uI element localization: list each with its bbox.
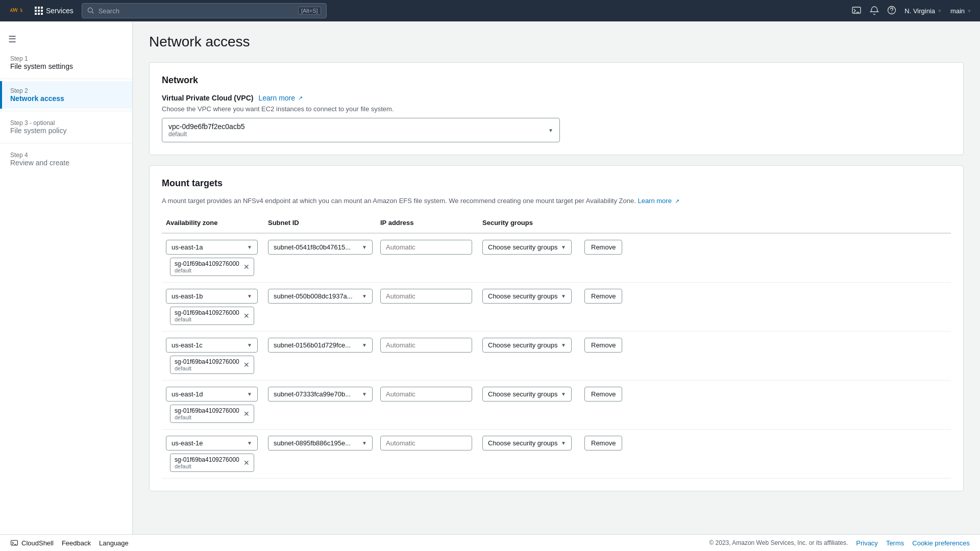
sg-tag-name-1: sg-01f69ba4109276000 <box>175 309 239 316</box>
step3-name: File system policy <box>10 127 122 135</box>
remove-btn-3[interactable]: Remove <box>584 387 622 402</box>
sidebar-step-1[interactable]: Step 1 File system settings <box>0 49 132 77</box>
mount-row-2: us-east-1c ▼ subnet-0156b01d729fce... ▼ … <box>162 332 951 381</box>
terms-link[interactable]: Terms <box>886 539 904 547</box>
subnet-value-2: subnet-0156b01d729fce... <box>274 341 351 349</box>
search-icon <box>87 7 94 14</box>
sg-tag-name-2: sg-01f69ba4109276000 <box>175 358 239 365</box>
remove-btn-0[interactable]: Remove <box>584 240 622 255</box>
remove-btn-1[interactable]: Remove <box>584 289 622 304</box>
ip-input-4[interactable] <box>380 436 472 450</box>
vpc-dropdown[interactable]: vpc-0d9e6fb7f2ec0acb5 default ▼ <box>162 118 560 142</box>
cloudshell-icon[interactable] <box>851 5 862 17</box>
mount-targets-desc: A mount target provides an NFSv4 endpoin… <box>162 197 951 205</box>
footer: CloudShell Feedback Language © 2023, Ama… <box>0 534 980 551</box>
search-input[interactable] <box>99 7 298 15</box>
vpc-sub: default <box>168 131 244 138</box>
sidebar-step-2[interactable]: Step 2 Network access <box>0 81 132 109</box>
remove-btn-2[interactable]: Remove <box>584 338 622 353</box>
step4-label: Step 4 <box>10 152 122 159</box>
sg-placeholder-1: Choose security groups <box>488 292 558 300</box>
subnet-chevron-4: ▼ <box>362 440 367 446</box>
sidebar-step-3[interactable]: Step 3 - optional File system policy <box>0 113 132 141</box>
sg-dropdown-0[interactable]: Choose security groups ▼ <box>482 240 572 255</box>
aws-logo <box>8 6 24 16</box>
services-nav[interactable]: Services <box>35 7 74 15</box>
sg-dropdown-3[interactable]: Choose security groups ▼ <box>482 387 572 402</box>
subnet-chevron-3: ▼ <box>362 391 367 397</box>
subnet-chevron-0: ▼ <box>362 244 367 250</box>
svg-point-0 <box>88 8 92 12</box>
subnet-dropdown-3[interactable]: subnet-07333fca99e70b... ▼ <box>268 387 373 402</box>
az-value-4: us-east-1e <box>172 439 203 447</box>
ip-input-1[interactable] <box>380 289 472 304</box>
mount-learn-more[interactable]: Learn more ↗ <box>638 197 679 205</box>
sg-dropdown-1[interactable]: Choose security groups ▼ <box>482 289 572 304</box>
sg-tag-remove-4[interactable]: ✕ <box>243 459 250 466</box>
az-chevron-4: ▼ <box>247 440 252 446</box>
sg-tag-1: sg-01f69ba4109276000 default ✕ <box>170 307 254 325</box>
az-dropdown-2[interactable]: us-east-1c ▼ <box>166 338 258 353</box>
sg-tag-remove-3[interactable]: ✕ <box>243 410 250 417</box>
vpc-learn-more[interactable]: Learn more ↗ <box>258 94 303 102</box>
sg-tag-4: sg-01f69ba4109276000 default ✕ <box>170 454 254 472</box>
sg-tag-3: sg-01f69ba4109276000 default ✕ <box>170 405 254 423</box>
az-dropdown-0[interactable]: us-east-1a ▼ <box>166 240 258 255</box>
az-dropdown-4[interactable]: us-east-1e ▼ <box>166 436 258 450</box>
remove-btn-4[interactable]: Remove <box>584 436 622 450</box>
cookie-link[interactable]: Cookie preferences <box>912 539 970 547</box>
sidebar-step-4[interactable]: Step 4 Review and create <box>0 145 132 173</box>
subnet-dropdown-4[interactable]: subnet-0895fb886c195e... ▼ <box>268 436 373 450</box>
sg-dropdown-4[interactable]: Choose security groups ▼ <box>482 436 572 450</box>
subnet-dropdown-1[interactable]: subnet-050b008dc1937a... ▼ <box>268 289 373 304</box>
svg-line-1 <box>92 12 93 13</box>
feedback-link[interactable]: Feedback <box>62 539 91 547</box>
sg-tag-default-0: default <box>175 267 239 273</box>
az-value-0: us-east-1a <box>172 243 203 251</box>
sg-tag-0: sg-01f69ba4109276000 default ✕ <box>170 258 254 276</box>
language-link[interactable]: Language <box>99 539 129 547</box>
col-sg: Security groups <box>478 217 580 229</box>
sidebar-toggle[interactable]: ☰ <box>0 30 132 49</box>
az-value-2: us-east-1c <box>172 341 203 349</box>
cloudshell-footer[interactable]: CloudShell <box>10 539 54 547</box>
region-selector[interactable]: N. Virginia ▼ <box>904 7 942 15</box>
network-section: Network Virtual Private Cloud (VPC) Lear… <box>149 62 964 155</box>
privacy-link[interactable]: Privacy <box>856 539 878 547</box>
sg-tag-name-3: sg-01f69ba4109276000 <box>175 407 239 414</box>
sg-tag-name-4: sg-01f69ba4109276000 <box>175 456 239 463</box>
ip-input-3[interactable] <box>380 387 472 402</box>
notifications-icon[interactable] <box>870 6 879 16</box>
sg-dropdown-2[interactable]: Choose security groups ▼ <box>482 338 572 353</box>
subnet-value-3: subnet-07333fca99e70b... <box>274 390 351 398</box>
sg-tag-remove-1[interactable]: ✕ <box>243 312 250 319</box>
az-value-1: us-east-1b <box>172 292 203 300</box>
ip-input-2[interactable] <box>380 338 472 353</box>
subnet-chevron-2: ▼ <box>362 342 367 348</box>
mount-row-3: us-east-1d ▼ subnet-07333fca99e70b... ▼ … <box>162 381 951 430</box>
az-dropdown-1[interactable]: us-east-1b ▼ <box>166 289 258 304</box>
sg-placeholder-0: Choose security groups <box>488 243 558 251</box>
sg-tag-remove-0[interactable]: ✕ <box>243 263 250 270</box>
ip-input-0[interactable] <box>380 240 472 255</box>
sg-tag-default-4: default <box>175 463 239 469</box>
sg-tag-default-2: default <box>175 365 239 371</box>
cloudshell-label: CloudShell <box>21 539 54 547</box>
subnet-dropdown-2[interactable]: subnet-0156b01d729fce... ▼ <box>268 338 373 353</box>
subnet-dropdown-0[interactable]: subnet-0541f8c0b47615... ▼ <box>268 240 373 255</box>
az-dropdown-3[interactable]: us-east-1d ▼ <box>166 387 258 402</box>
nav-right: N. Virginia ▼ main ▼ <box>851 5 972 17</box>
mount-row-4: us-east-1e ▼ subnet-0895fb886c195e... ▼ … <box>162 430 951 479</box>
help-icon[interactable] <box>887 6 896 16</box>
sg-placeholder-3: Choose security groups <box>488 390 558 398</box>
vpc-chevron: ▼ <box>548 128 553 133</box>
search-bar[interactable]: [Alt+S] <box>82 3 327 18</box>
mount-row-1: us-east-1b ▼ subnet-050b008dc1937a... ▼ … <box>162 283 951 332</box>
account-selector[interactable]: main ▼ <box>950 7 972 15</box>
step2-label: Step 2 <box>10 87 122 94</box>
subnet-value-1: subnet-050b008dc1937a... <box>274 292 353 300</box>
sg-tag-remove-2[interactable]: ✕ <box>243 361 250 368</box>
az-chevron-0: ▼ <box>247 244 252 250</box>
step1-label: Step 1 <box>10 55 122 62</box>
sg-chevron-1: ▼ <box>561 293 566 299</box>
